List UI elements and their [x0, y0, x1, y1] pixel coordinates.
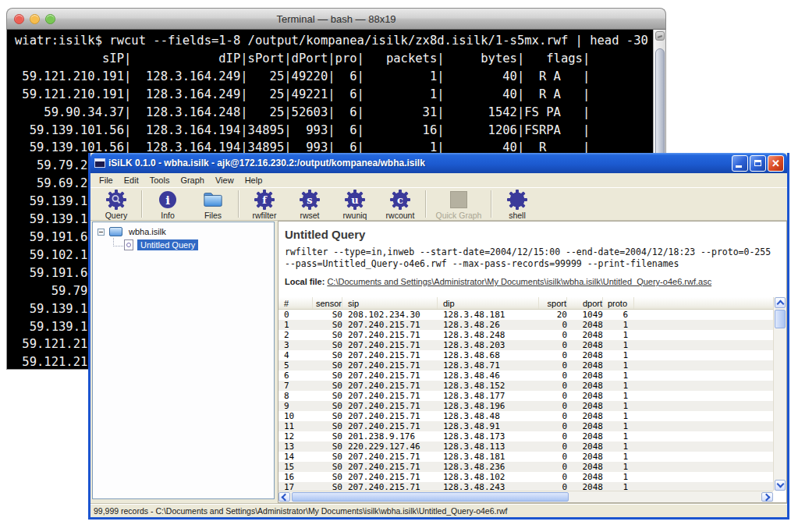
cell-proto: 1 [603, 360, 634, 371]
local-file-label: Local file: [285, 277, 325, 286]
menu-item[interactable]: Graph [175, 175, 210, 186]
cell-proto: 1 [603, 330, 634, 340]
close-button[interactable]: ✕ [768, 155, 784, 172]
terminal-titlebar[interactable]: Terminal — bash — 88x19 [6, 8, 666, 30]
cell-dip: 128.3.48.91 [438, 421, 539, 431]
cell-sip: 207.240.215.71 [342, 330, 438, 340]
cell-index: 16 [278, 472, 313, 482]
shell-button[interactable]: shell [495, 188, 540, 220]
terminal-scrollbar-thumb[interactable] [655, 48, 665, 158]
vertical-scrollbar[interactable] [773, 297, 786, 491]
col-header-dip[interactable]: dip [438, 297, 539, 309]
rwuniq-button[interactable]: u rwuniq [332, 188, 378, 220]
col-header-proto[interactable]: proto [603, 297, 634, 309]
cell-proto: 1 [603, 421, 634, 431]
files-button[interactable]: Files [190, 188, 236, 220]
cell-sip: 207.240.215.71 [342, 482, 438, 491]
menu-item[interactable]: Help [239, 175, 268, 186]
table-row[interactable]: 17 S0 207.240.215.71 128.3.48.243 0 2048… [278, 482, 773, 491]
local-file-row: Local file: C:\Documents and Settings\Ad… [285, 277, 786, 286]
cell-dip: 128.3.48.181 [438, 452, 539, 462]
cell-sport: 0 [539, 391, 567, 401]
table-row[interactable]: 4 S0 207.240.215.71 128.3.48.68 0 2048 1 [278, 350, 773, 360]
horizontal-scrollbar-thumb[interactable] [292, 492, 569, 502]
terminal-line: 59.139.101.56| 128.3.164.194|34895| 993|… [15, 122, 665, 140]
project-tree[interactable]: wbha.isilk Untitled Query [92, 222, 275, 499]
local-file-link[interactable]: C:\Documents and Settings\Administrator\… [327, 277, 711, 286]
table-row[interactable]: 12 S0 201.238.9.176 128.3.48.173 0 2048 … [278, 431, 773, 442]
table-row[interactable]: 9 S0 207.240.215.71 128.3.48.196 0 2048 … [278, 401, 773, 411]
cell-sip: 220.229.127.46 [342, 442, 438, 452]
toolbar-separator [491, 190, 492, 218]
cell-sensor: S0 [313, 381, 342, 391]
scroll-right-button[interactable] [761, 492, 773, 502]
cell-proto: 1 [603, 452, 634, 462]
cell-proto: 1 [603, 391, 634, 401]
cell-sensor: S0 [313, 371, 342, 381]
table-row[interactable]: 15 S0 207.240.215.71 128.3.48.236 0 2048… [278, 462, 773, 472]
cell-sport: 0 [539, 421, 567, 431]
status-bar: 99,999 records - C:\Documents and Settin… [90, 503, 787, 517]
cell-dip: 128.3.48.46 [438, 371, 539, 381]
cell-sip: 207.240.215.71 [342, 350, 438, 360]
query-button[interactable]: Query [94, 188, 139, 220]
cell-dport: 2048 [567, 482, 603, 491]
cell-index: 5 [278, 360, 313, 371]
terminal-line: 59.90.34.37| 128.3.164.248| 25|52603| 6|… [15, 104, 665, 122]
menu-item[interactable]: View [210, 175, 239, 186]
menu-item[interactable]: File [94, 175, 119, 186]
table-row[interactable]: 1 S0 207.240.215.71 128.3.48.26 0 2048 1 [278, 320, 773, 330]
horizontal-scrollbar[interactable] [278, 491, 773, 502]
cell-dport: 2048 [567, 421, 603, 431]
cell-dip: 128.3.48.113 [438, 442, 539, 452]
cell-sip: 208.102.234.30 [342, 310, 438, 320]
table-row[interactable]: 3 S0 207.240.215.71 128.3.48.203 0 2048 … [278, 340, 773, 350]
rwfilter-button[interactable]: f rwfilter [242, 188, 287, 220]
table-row[interactable]: 11 S0 207.240.215.71 128.3.48.91 0 2048 … [278, 421, 773, 431]
col-header-sensor[interactable]: sensor [313, 297, 342, 309]
toolbar-separator [238, 190, 239, 218]
col-header-sip[interactable]: sip [342, 297, 438, 309]
menu-item[interactable]: Edit [119, 175, 144, 186]
tree-root-item[interactable]: wbha.isilk [98, 227, 274, 236]
main-area: wbha.isilk Untitled Query Untitled Query… [90, 221, 787, 503]
cell-dport: 2048 [567, 431, 603, 442]
cell-index: 0 [278, 310, 313, 320]
table-row[interactable]: 16 S0 207.240.215.71 128.3.48.102 0 2048… [278, 472, 773, 482]
table-row[interactable]: 0 S0 208.102.234.30 128.3.48.181 20 1049… [278, 310, 773, 320]
isilk-titlebar[interactable]: iSiLK 0.1.0 - wbha.isilk - ajk@172.16.23… [90, 153, 787, 173]
tree-item-untitled-query[interactable]: Untitled Query [124, 239, 274, 250]
restore-button[interactable] [750, 155, 766, 172]
rwset-gear-icon: s [300, 190, 320, 210]
scroll-down-button[interactable] [775, 480, 786, 491]
shell-gear-icon [507, 190, 527, 210]
scroll-left-button[interactable] [278, 492, 290, 502]
vertical-scrollbar-thumb[interactable] [775, 310, 786, 328]
tree-selected-label: Untitled Query [137, 239, 198, 250]
table-row[interactable]: 14 S0 207.240.215.71 128.3.48.181 0 2048… [278, 452, 773, 462]
table-row[interactable]: 7 S0 207.240.215.71 128.3.48.152 0 2048 … [278, 381, 773, 391]
table-row[interactable]: 6 S0 207.240.215.71 128.3.48.46 0 2048 1 [278, 371, 773, 381]
cell-sensor: S0 [313, 431, 342, 442]
scroll-up-button[interactable] [775, 297, 786, 308]
menu-item[interactable]: Tools [144, 175, 176, 186]
table-row[interactable]: 5 S0 207.240.215.71 128.3.48.71 0 2048 1 [278, 360, 773, 371]
col-header-dport[interactable]: dport [567, 297, 603, 309]
cell-dport: 2048 [567, 381, 603, 391]
table-row[interactable]: 8 S0 207.240.215.71 128.3.48.177 0 2048 … [278, 391, 773, 401]
table-row[interactable]: 13 S0 220.229.127.46 128.3.48.113 0 2048… [278, 442, 773, 452]
split-pane-icon[interactable] [655, 31, 665, 41]
menu-bar: File Edit Tools Graph View Help [90, 173, 787, 187]
cell-dport: 2048 [567, 472, 603, 482]
table-row[interactable]: 10 S0 207.240.215.71 128.3.48.48 0 2048 … [278, 411, 773, 421]
rwset-button[interactable]: s rwset [287, 188, 332, 220]
rwcount-button[interactable]: c rwcount [378, 188, 423, 220]
cell-index: 14 [278, 452, 313, 462]
col-header-index[interactable]: # [278, 297, 313, 309]
collapse-icon[interactable] [98, 229, 105, 236]
table-row[interactable]: 2 S0 207.240.215.71 128.3.48.248 0 2048 … [278, 330, 773, 340]
info-button[interactable]: i Info [145, 188, 190, 220]
minimize-button[interactable] [732, 155, 748, 172]
cell-sport: 0 [539, 442, 567, 452]
col-header-sport[interactable]: sport [539, 297, 567, 309]
